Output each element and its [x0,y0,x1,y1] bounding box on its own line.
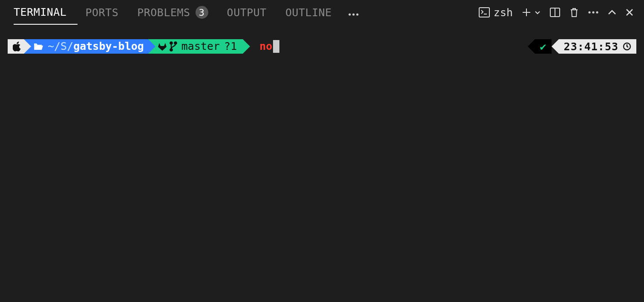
close-icon [625,8,634,17]
svg-point-2 [356,13,358,15]
svg-point-15 [174,42,176,44]
terminal-cursor [273,40,279,53]
split-panel-icon [549,7,561,17]
terminal-viewport[interactable]: ~/S/gatsby-blog master ?1 no ✔ 23:4 [0,25,644,54]
svg-point-10 [592,11,594,13]
new-terminal-button[interactable] [521,7,541,17]
tab-overflow-button[interactable] [348,6,359,19]
tab-terminal[interactable]: TERMINAL [14,0,78,25]
terminal-icon [478,7,490,18]
close-panel-button[interactable] [625,8,634,17]
trash-icon [569,7,579,18]
tab-outline-label: OUTLINE [285,6,332,19]
tab-output-label: OUTPUT [227,6,267,19]
tab-terminal-label: TERMINAL [14,6,66,18]
prompt-os-segment [8,39,24,54]
powerline-separator [243,39,250,54]
kill-terminal-button[interactable] [569,7,579,18]
powerline-separator [24,39,31,54]
svg-rect-3 [479,8,489,17]
powerline-separator [528,39,535,54]
apple-icon [13,41,21,52]
ellipsis-icon [588,11,599,14]
gitlab-icon [158,42,167,51]
split-terminal-button[interactable] [549,7,561,17]
prompt-time: 23:41:53 [564,40,618,53]
prompt-input-area[interactable]: no [250,39,284,54]
plus-icon [521,7,532,17]
svg-point-0 [348,13,351,15]
chevron-up-icon [607,9,617,16]
git-branch-icon [170,41,177,52]
clock-icon [623,42,631,51]
prompt-git-segment: master ?1 [148,39,243,54]
prompt-path-segment: ~/S/gatsby-blog [24,39,148,54]
svg-point-11 [596,11,598,13]
svg-point-14 [170,42,172,44]
maximize-panel-button[interactable] [607,9,617,16]
panel-tab-bar: TERMINAL PORTS PROBLEMS 3 OUTPUT OUTLINE… [0,0,644,25]
shell-name-label: zsh [494,6,513,19]
active-shell-indicator[interactable]: zsh [478,6,513,19]
svg-point-1 [352,13,354,15]
ellipsis-icon [348,6,359,19]
prompt-time-segment: 23:41:53 [559,39,636,54]
tab-problems-label: PROBLEMS [137,6,190,19]
prompt-right-status: ✔ 23:41:53 [528,39,636,54]
prompt-git-status: ?1 [224,39,237,54]
typed-command: no [259,39,272,54]
powerline-separator [148,39,155,54]
chevron-down-icon[interactable] [534,9,541,16]
prompt-exit-status: ✔ [535,39,552,54]
tab-ports-label: PORTS [85,6,118,19]
tab-output[interactable]: OUTPUT [227,0,278,25]
check-icon: ✔ [540,40,546,53]
prompt-path-prefix: ~/S/ [48,39,73,54]
tab-ports[interactable]: PORTS [85,0,129,25]
folder-open-icon [33,42,43,51]
powerline-separator [552,39,559,54]
terminal-toolbar: zsh [478,6,636,19]
tab-outline[interactable]: OUTLINE [285,0,343,25]
panel-more-actions-button[interactable] [588,11,599,14]
prompt-git-branch: master [181,39,220,54]
svg-point-16 [170,49,172,51]
tab-problems[interactable]: PROBLEMS 3 [137,0,219,25]
problems-badge: 3 [196,6,208,19]
svg-point-9 [588,11,590,13]
prompt-path-dir: gatsby-blog [73,39,144,54]
